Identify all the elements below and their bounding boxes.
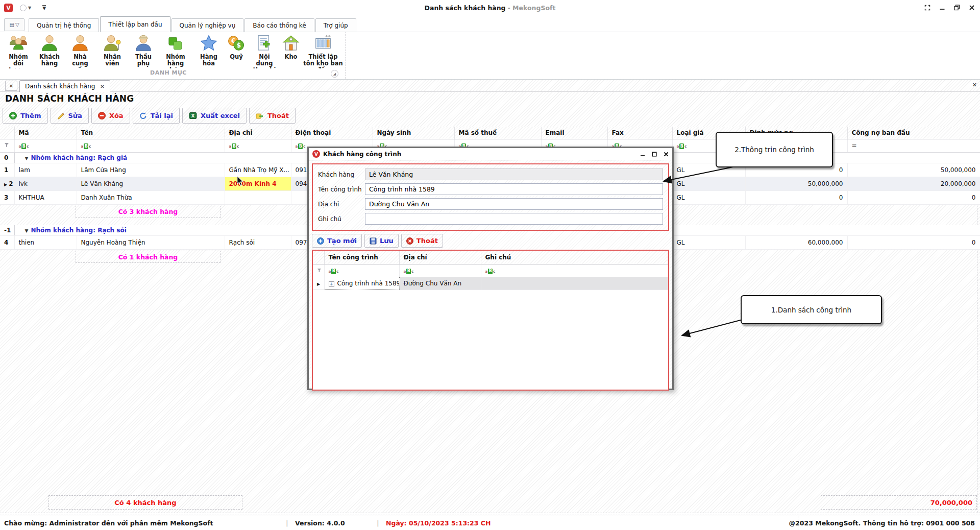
maximize-icon[interactable] (652, 152, 657, 157)
dialog-title-bar[interactable]: V Khách hàng công trình (309, 148, 672, 160)
xuat-excel-button[interactable]: X Xuất excel (182, 108, 247, 124)
column-header-ma-so-thue[interactable]: Mã số thuế (454, 127, 541, 139)
column-header-dia-chi[interactable]: Địa chỉ (399, 251, 481, 264)
luu-button[interactable]: Lưu (364, 234, 399, 248)
ribbon-group-label: DANH MỤC (0, 69, 337, 76)
ribbon-item-noi-dung-thu-chi[interactable]: Nội dung thu chi (248, 33, 281, 74)
project-row[interactable]: ▶ +Công trình nhà 1589 Đường Chu Văn An (313, 277, 668, 290)
khach-hang-label: Khách hàng (318, 171, 365, 178)
column-header-email[interactable]: Email (541, 127, 607, 139)
column-header-fax[interactable]: Fax (607, 127, 672, 139)
column-header-ghi-chu[interactable]: Ghi chú (481, 251, 668, 264)
ghi-chu-field[interactable] (365, 213, 663, 225)
filter-cell-ma[interactable]: aBc (14, 139, 77, 152)
filter-cell-dia-chi[interactable]: aBc (399, 264, 481, 277)
minimize-icon[interactable] (640, 152, 645, 157)
selected-row-icon: ▶ (317, 282, 320, 286)
ribbon-item-nhan-vien[interactable]: Nhân viên (96, 33, 129, 67)
them-button[interactable]: Thêm (3, 108, 48, 124)
xoa-button[interactable]: Xóa (91, 108, 130, 124)
tab-bao-cao-thong-ke[interactable]: Báo cáo thống kê (244, 18, 314, 32)
tab-quan-tri-he-thong[interactable]: Quản trị hệ thống (29, 18, 99, 32)
minimize-icon[interactable] (939, 5, 945, 11)
status-divider: | (286, 519, 288, 527)
khach-hang-field[interactable] (365, 168, 663, 180)
close-icon[interactable] (969, 5, 975, 11)
dialog-thoat-button[interactable]: Thoát (401, 234, 443, 248)
add-icon (9, 112, 17, 119)
column-header-ten[interactable]: Tên (77, 127, 225, 139)
save-icon (370, 237, 377, 245)
filter-cell-ten-cong-trinh[interactable]: aBc (324, 264, 399, 277)
ten-cong-trinh-label: Tên công trình (318, 186, 365, 193)
row-indicator-header (0, 127, 14, 139)
product-icon (199, 34, 218, 53)
contractor-icon (134, 34, 153, 53)
support-text: @2023 MekongSoft. Thông tin hỗ trợ: 0901… (789, 519, 975, 527)
total-debt-amount: 70,000,000 (821, 495, 977, 510)
filter-cell-dia-chi[interactable]: aBc (225, 139, 291, 152)
fullscreen-icon[interactable] (924, 5, 930, 11)
tai-lai-button[interactable]: Tải lại (133, 108, 180, 124)
tab-quan-ly-nghiep-vu[interactable]: Quản lý nghiệp vụ (172, 18, 244, 32)
ribbon-separator (345, 32, 346, 79)
document-tab-bar: ✕ Danh sách khách hàng ✕ ✕ (0, 80, 980, 92)
close-icon[interactable] (664, 152, 669, 157)
ribbon-tab-bar: ▤▽ Quản trị hệ thống Thiết lập ban đầu Q… (0, 15, 980, 32)
doc-tab-danh-sach-khach-hang[interactable]: Danh sách khách hàng ✕ (19, 80, 110, 92)
column-header-cong-no-ban-dau[interactable]: Công nợ ban đầu (847, 127, 980, 139)
column-header-ma[interactable]: Mã (14, 127, 77, 139)
svg-text:X: X (191, 113, 194, 118)
close-document-button[interactable]: ✕ (5, 81, 17, 91)
ribbon-item-nha-cung-cap[interactable]: Nhà cung cấp (64, 33, 96, 74)
column-header-dia-chi[interactable]: Địa chỉ (225, 127, 291, 139)
khach-hang-cong-trinh-dialog: V Khách hàng công trình Khách hàng Tên c… (307, 147, 674, 390)
collapse-group-icon[interactable]: ▼ (25, 228, 29, 233)
restore-icon[interactable] (954, 5, 960, 11)
collapse-group-icon[interactable]: ▼ (25, 156, 29, 161)
sua-button[interactable]: Sửa (51, 108, 89, 124)
excel-icon: X (189, 112, 197, 119)
filter-cell-cong-no[interactable]: = (847, 139, 980, 152)
filter-cell-ghi-chu[interactable]: aBc (481, 264, 668, 277)
expand-row-icon[interactable]: + (329, 281, 334, 287)
dia-chi-field[interactable] (365, 198, 663, 210)
chevron-down-icon: ▽ (15, 22, 19, 28)
ten-cong-trinh-field[interactable] (365, 183, 663, 195)
callout-thong-tin-cong-trinh: 2.Thông trin công trình (716, 132, 833, 167)
application-menu-button[interactable]: ▤▽ (4, 18, 24, 31)
ribbon-item-thiet-lap-ton-kho[interactable]: Thiết lập tồn kho ban đầu (301, 33, 345, 74)
tao-moi-button[interactable]: Tạo mới (312, 234, 362, 248)
filter-icon (4, 142, 9, 148)
tab-thiet-lap-ban-dau[interactable]: Thiết lập ban đầu (100, 16, 170, 32)
edit-icon (57, 112, 65, 119)
ribbon-group-danh-muc: Nhóm đối tượng Khách hàng Nhà cung cấp N… (0, 32, 980, 68)
filter-cell-ten[interactable]: aBc (77, 139, 225, 152)
column-header-dien-thoai[interactable]: Điện thoại (291, 127, 373, 139)
ghi-chu-label: Ghi chú (318, 215, 365, 223)
ribbon-group-footer: DANH MỤC ◢ (0, 68, 980, 80)
grid-bottom-edge (0, 513, 980, 515)
employee-icon (103, 34, 122, 53)
status-divider: | (377, 519, 379, 527)
column-header-ngay-sinh[interactable]: Ngày sinh (373, 127, 454, 139)
ribbon-group-expand-button[interactable]: ◢ (331, 70, 338, 78)
ribbon-item-kho[interactable]: Kho (281, 33, 301, 61)
ribbon-item-nhom-doi-tuong[interactable]: Nhóm đối tượng (2, 33, 35, 74)
ribbon-item-quy[interactable]: €$ Quỹ (225, 33, 248, 61)
highlighted-cell[interactable]: 2000m Kinh 4 (225, 177, 291, 190)
thoat-button[interactable]: Thoát (249, 108, 296, 124)
close-tab-right-icon[interactable]: ✕ (972, 82, 977, 88)
close-tab-icon[interactable]: ✕ (100, 84, 104, 89)
ribbon-item-thau-phu[interactable]: Thầu phụ (129, 33, 158, 67)
ribbon-item-khach-hang[interactable]: Khách hàng (35, 33, 64, 67)
page-title: DANH SÁCH KHÁCH HÀNG (5, 93, 134, 104)
ribbon-item-nhom-hang-hoa[interactable]: Nhóm hàng hóa (158, 33, 193, 74)
tab-tro-giup[interactable]: Trợ giúp (315, 18, 356, 32)
list-icon: ▤ (9, 22, 14, 28)
status-bar: Chào mừng: Administrator đến với phần mề… (0, 516, 980, 530)
column-header-ten-cong-trinh[interactable]: Tên công trình (324, 251, 399, 264)
fund-icon: €$ (227, 34, 246, 53)
dialog-title: Khách hàng công trình (323, 151, 640, 158)
ribbon-item-hang-hoa[interactable]: Hàng hóa (193, 33, 225, 67)
